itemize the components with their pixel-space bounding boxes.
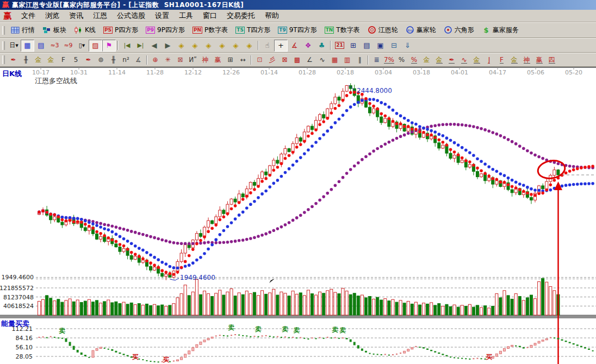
pct-line-tool[interactable]: % xyxy=(408,54,420,65)
menu-item-gann[interactable]: 江恩 xyxy=(88,10,112,22)
pen-angle-tool[interactable]: ✒ xyxy=(445,54,458,65)
9t-square-button[interactable]: T99T四方形 xyxy=(274,24,320,36)
starburst-tool[interactable]: ✳ xyxy=(162,54,174,65)
box-select-tool[interactable]: ⊡ xyxy=(253,54,266,65)
comb-ruler-tool[interactable]: ╫ xyxy=(20,54,32,65)
five-hook-tool[interactable]: 5 xyxy=(70,54,82,65)
gold-angle-tool[interactable]: 金 xyxy=(508,54,520,65)
ying-angle-tool[interactable]: 赢 xyxy=(533,54,545,65)
shen-grid-tool[interactable]: 神 xyxy=(199,54,212,65)
first-page-button[interactable]: |◀ xyxy=(120,40,134,52)
menu-item-file[interactable]: 文件 xyxy=(16,10,40,22)
pattern-view-button[interactable]: ▦ xyxy=(21,40,34,52)
date-label: 01-28 xyxy=(299,69,316,76)
web-grid-tool[interactable]: ⊠ xyxy=(174,54,187,65)
gold-comb-a-tool[interactable]: 金 xyxy=(32,54,45,65)
marker-pen-tool[interactable]: ✒ xyxy=(82,54,95,65)
parallel-lines-tool[interactable]: ∥ xyxy=(353,54,366,65)
chart-canvas[interactable]: 10-1710-3111-1411-2812-1212-2601-1401-28… xyxy=(0,67,596,364)
circle3-tool[interactable]: ⊚ xyxy=(95,54,107,65)
diamond-compress-button[interactable]: ◈ xyxy=(215,40,229,52)
calendar-button[interactable]: 21 xyxy=(333,40,346,52)
chip-distribution-button[interactable]: ❖ xyxy=(301,40,315,52)
t-square-button[interactable]: TST四方形 xyxy=(232,24,274,36)
hexagon-button[interactable]: 六角形 xyxy=(440,24,478,36)
menu-item-browse[interactable]: 浏览 xyxy=(40,10,64,22)
menu-item-settings[interactable]: 设置 xyxy=(150,10,174,22)
winner-service-button[interactable]: $赢家服务 xyxy=(478,24,523,36)
quote-button[interactable]: 行情 xyxy=(7,24,39,36)
angle-lines-tool[interactable]: ∠ xyxy=(303,54,316,65)
chip-distribution-button-icon: ❖ xyxy=(305,42,312,49)
f-angle-tool[interactable]: F xyxy=(495,54,508,65)
wave3-button[interactable]: ≈3 xyxy=(48,40,61,52)
menu-item-trade[interactable]: 交易委托 xyxy=(222,10,260,22)
save-button[interactable]: ▣ xyxy=(374,40,387,52)
next-bar-button[interactable]: ▶ xyxy=(161,40,175,52)
diamond-right-button[interactable]: ◈ xyxy=(188,40,202,52)
mind-map-button[interactable]: ♣ xyxy=(315,40,328,52)
steps-tool[interactable]: ≣ xyxy=(370,54,383,65)
f-comb-tool[interactable]: F xyxy=(57,54,70,65)
shen-angle-tool[interactable]: 神 xyxy=(520,54,533,65)
diamond-left-button[interactable]: ◈ xyxy=(175,40,188,52)
menu-item-formula-pick[interactable]: 公式选股 xyxy=(112,10,150,22)
last-page-button[interactable]: ▶| xyxy=(134,40,147,52)
quote-mark-tool[interactable]: Иʺ xyxy=(187,54,199,65)
kline-button[interactable]: K线 xyxy=(70,24,100,36)
calculator-button[interactable]: ⊞ xyxy=(346,40,360,52)
target-tool[interactable]: ⊕ xyxy=(149,54,162,65)
red-grid-b-tool[interactable]: ▥ xyxy=(341,54,353,65)
pct-tool[interactable]: % xyxy=(395,54,408,65)
diamond-star-button[interactable]: ◈ xyxy=(229,40,243,52)
gold-line2-tool[interactable]: 金 xyxy=(470,54,483,65)
prev-bar-button[interactable]: ◀ xyxy=(147,40,161,52)
gold-comb-b-tool[interactable]: 金 xyxy=(45,54,57,65)
download-data-button[interactable]: ⇓ xyxy=(401,40,414,52)
ying-grid-tool[interactable]: 赢 xyxy=(212,54,224,65)
flag-chart-button[interactable]: ⚑ xyxy=(102,40,116,52)
fan-lines-tool[interactable]: 彡 xyxy=(266,54,278,65)
j-angle-tool[interactable]: J xyxy=(483,54,495,65)
gann-wheel-button[interactable]: 江恩轮 xyxy=(364,24,402,36)
pen-ruler-tool[interactable]: ✒ xyxy=(7,54,20,65)
9p-square-button[interactable]: P99P四方形 xyxy=(142,24,189,36)
zigzag-tool[interactable]: ∿ xyxy=(316,54,328,65)
menu-item-info[interactable]: 资讯 xyxy=(64,10,88,22)
winner-wheel-button[interactable]: Big赢家轮 xyxy=(402,24,440,36)
date-label: 11-14 xyxy=(108,69,126,76)
angle-circle-button[interactable]: ∡ xyxy=(288,40,301,52)
p-square-button[interactable]: PSP四方形 xyxy=(100,24,142,36)
gold-lines-tool[interactable]: 金 xyxy=(433,54,445,65)
diamond-cross-button[interactable]: ◈ xyxy=(243,40,256,52)
bevel-tool[interactable]: ∡ xyxy=(132,54,145,65)
hand-drag-button[interactable]: ☝ xyxy=(260,40,274,52)
dense-comb-tool[interactable]: ╫ xyxy=(107,54,120,65)
wave9-button[interactable]: ≈9 xyxy=(61,40,75,52)
sync-data-button[interactable]: ⊟ xyxy=(387,40,401,52)
red-grid-a-tool[interactable]: ▦ xyxy=(328,54,341,65)
menu-item-tools[interactable]: 工具 xyxy=(174,10,198,22)
n2-comb-tool[interactable]: n² xyxy=(120,54,132,65)
indicator-tick xyxy=(250,336,251,337)
info-list-button[interactable]: ▤ xyxy=(34,40,48,52)
gann-grid-tool[interactable]: ▩ xyxy=(291,54,303,65)
si-angle-tool[interactable]: 四 xyxy=(545,54,558,65)
width-measure-tool[interactable]: ↔ xyxy=(237,54,249,65)
menu-item-window[interactable]: 窗口 xyxy=(198,10,222,22)
t-number-table-button[interactable]: TNT数字表 xyxy=(321,24,364,36)
p-number-table-button[interactable]: PNP数字表 xyxy=(189,24,232,36)
period-day-dropdown[interactable]: 日▾ xyxy=(7,40,21,52)
gold-circle-tool[interactable]: 金 xyxy=(420,54,433,65)
gann-box-tool[interactable]: ⊠ xyxy=(278,54,291,65)
notes-button[interactable]: ▤ xyxy=(360,40,374,52)
menu-item-help[interactable]: 帮助 xyxy=(260,10,284,22)
sector-button[interactable]: 板块 xyxy=(39,24,70,36)
diamond-expand-button[interactable]: ◈ xyxy=(202,40,215,52)
crosshair-button[interactable]: + xyxy=(274,40,288,52)
grid-123-tool[interactable]: ⊞ xyxy=(224,54,237,65)
seven-pct-tool[interactable]: 7% xyxy=(383,54,395,65)
red-pattern-button[interactable]: ▨ xyxy=(89,40,102,52)
wave-channel-tool[interactable]: ∿ xyxy=(458,54,470,65)
candle-style-dropdown[interactable]: ▯▾ xyxy=(75,40,89,52)
